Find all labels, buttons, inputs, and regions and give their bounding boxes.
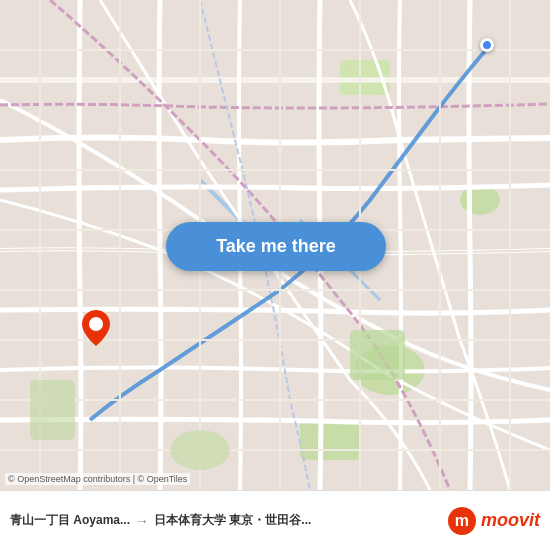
svg-rect-2 bbox=[300, 420, 360, 460]
map-container: Take me there © OpenStreetMap contributo… bbox=[0, 0, 550, 490]
footer: 青山一丁目 Aoyama... → 日本体育大学 東京・世田谷... m moo… bbox=[0, 490, 550, 550]
moovit-icon: m bbox=[448, 507, 476, 535]
take-me-there-button[interactable]: Take me there bbox=[166, 222, 386, 271]
svg-point-8 bbox=[89, 317, 103, 331]
svg-point-7 bbox=[170, 430, 230, 470]
destination-pin bbox=[82, 310, 110, 350]
arrow-icon: → bbox=[135, 513, 149, 529]
footer-stations: 青山一丁目 Aoyama... → 日本体育大学 東京・世田谷... bbox=[10, 512, 448, 529]
station-from: 青山一丁目 Aoyama... bbox=[10, 512, 130, 529]
svg-rect-6 bbox=[30, 380, 75, 440]
footer-logo-area: m moovit bbox=[448, 507, 540, 535]
origin-dot bbox=[480, 38, 494, 52]
station-to: 日本体育大学 東京・世田谷... bbox=[154, 512, 311, 529]
moovit-logo: moovit bbox=[481, 510, 540, 531]
svg-rect-5 bbox=[350, 330, 405, 380]
copyright-text: © OpenStreetMap contributors | © OpenTil… bbox=[5, 473, 190, 485]
